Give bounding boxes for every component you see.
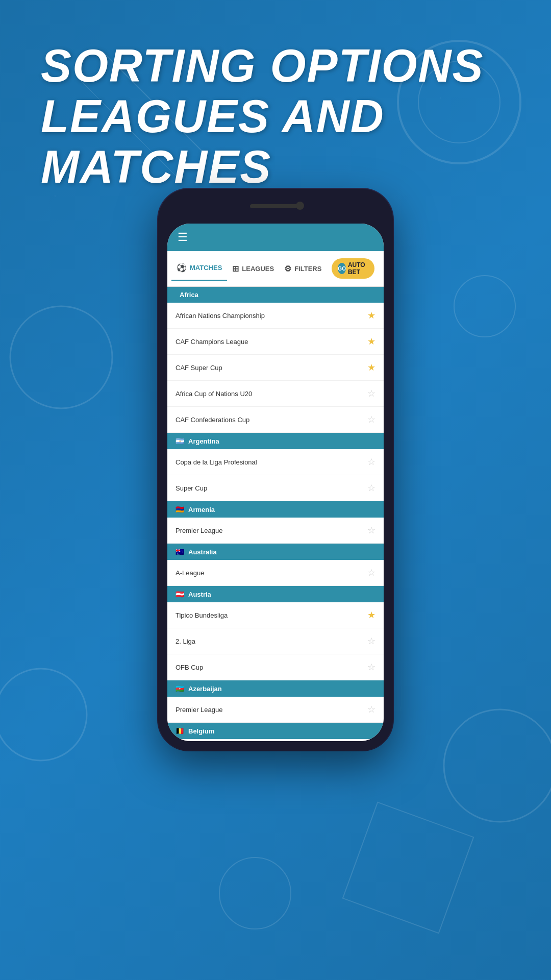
league-row-1-0[interactable]: Copa de la Liga Profesional ☆ [167,449,384,475]
league-row-0-0[interactable]: African Nations Championship ★ [167,303,384,329]
league-row-0-2[interactable]: CAF Super Cup ★ [167,355,384,381]
phone-camera [296,202,304,210]
league-row-4-0[interactable]: Tipico Bundesliga ★ [167,602,384,628]
league-name-5-0: Premier League [176,706,223,714]
country-name-5: Azerbaijan [188,685,222,693]
star-icon-0-4[interactable]: ☆ [367,414,375,425]
country-header-5: 🇦🇿 Azerbaijan [167,680,384,697]
phone-notch [167,198,384,224]
star-icon-4-2[interactable]: ☆ [367,662,375,673]
svg-point-5 [444,709,551,822]
tab-filters[interactable]: ⚙ FILTERS [279,257,327,281]
league-row-3-0[interactable]: A-League ☆ [167,560,384,586]
country-flag-3: 🇦🇺 [176,548,184,556]
league-row-1-1[interactable]: Super Cup ☆ [167,475,384,501]
country-name-4: Austria [188,591,211,598]
star-icon-0-2[interactable]: ★ [367,362,375,373]
star-icon-1-0[interactable]: ☆ [367,456,375,468]
league-name-0-4: CAF Confederations Cup [176,416,249,424]
country-header-3: 🇦🇺 Australia [167,544,384,560]
league-row-5-0[interactable]: Premier League ☆ [167,697,384,723]
tab-matches[interactable]: ⚽ MATCHES [171,256,227,281]
phone-screen: ☰ ⚽ MATCHES ⊞ LEAGUES ⚙ FILTERS [167,224,384,741]
league-name-0-1: CAF Champions League [176,338,248,346]
country-name-6: Belgium [188,727,214,735]
country-header-2: 🇦🇲 Armenia [167,501,384,518]
filters-icon: ⚙ [284,264,291,274]
league-name-4-0: Tipico Bundesliga [176,611,228,619]
country-name-2: Armenia [188,506,215,513]
league-name-1-1: Super Cup [176,484,207,492]
phone-outer: ☰ ⚽ MATCHES ⊞ LEAGUES ⚙ FILTERS [158,189,393,750]
tab-filters-label: FILTERS [294,265,321,273]
tab-matches-label: MATCHES [190,264,222,272]
league-list: Africa African Nations Championship ★ CA… [167,287,384,741]
league-name-4-1: 2. Liga [176,638,195,645]
country-flag-1: 🇦🇷 [176,437,184,445]
country-flag-4: 🇦🇹 [176,590,184,598]
tab-bar: ⚽ MATCHES ⊞ LEAGUES ⚙ FILTERS GO AUTO BE… [167,251,384,287]
tab-leagues[interactable]: ⊞ LEAGUES [227,257,279,281]
league-row-4-1[interactable]: 2. Liga ☆ [167,628,384,654]
autobet-go-icon: GO [338,263,346,274]
country-header-6: 🇧🇪 Belgium [167,723,384,739]
league-name-0-0: African Nations Championship [176,312,265,320]
league-name-4-2: OFB Cup [176,664,203,671]
svg-rect-8 [343,802,473,933]
svg-point-9 [219,857,291,929]
svg-point-3 [454,276,515,337]
header-line2: LEAGUES AND MATCHES [41,91,385,192]
leagues-icon: ⊞ [232,264,239,274]
svg-point-2 [10,306,112,408]
country-header-4: 🇦🇹 Austria [167,586,384,602]
country-header-0: Africa [167,287,384,303]
star-icon-4-1[interactable]: ☆ [367,635,375,647]
league-row-2-0[interactable]: Premier League ☆ [167,518,384,544]
star-icon-2-0[interactable]: ☆ [367,525,375,536]
phone-mockup: ☰ ⚽ MATCHES ⊞ LEAGUES ⚙ FILTERS [158,189,393,750]
hamburger-icon[interactable]: ☰ [178,231,188,244]
phone-speaker [250,204,301,208]
country-flag-6: 🇧🇪 [176,727,184,735]
league-row-0-3[interactable]: Africa Cup of Nations U20 ☆ [167,381,384,407]
star-icon-1-1[interactable]: ☆ [367,482,375,494]
country-flag-5: 🇦🇿 [176,684,184,693]
league-row-4-2[interactable]: OFB Cup ☆ [167,654,384,680]
league-row-0-1[interactable]: CAF Champions League ★ [167,329,384,355]
tab-leagues-label: LEAGUES [242,265,274,273]
header-title-block: SORTING OPTIONS LEAGUES AND MATCHES [41,41,510,192]
matches-icon: ⚽ [177,263,187,273]
star-icon-4-0[interactable]: ★ [367,609,375,621]
league-name-2-0: Premier League [176,527,223,534]
league-row-0-4[interactable]: CAF Confederations Cup ☆ [167,407,384,433]
country-name-1: Argentina [188,437,219,445]
country-name-0: Africa [180,291,198,299]
league-row-6-0[interactable]: Jupiler League ★ [167,739,384,741]
league-name-0-2: CAF Super Cup [176,364,222,372]
header-line1: SORTING OPTIONS [41,40,484,91]
star-icon-0-0[interactable]: ★ [367,310,375,321]
tab-autobet[interactable]: GO AUTO BET [327,251,380,286]
country-name-3: Australia [188,548,217,556]
star-icon-0-3[interactable]: ☆ [367,388,375,399]
tab-autobet-label: AUTO BET [348,261,368,276]
star-icon-5-0[interactable]: ☆ [367,704,375,715]
league-name-3-0: A-League [176,569,204,577]
country-header-1: 🇦🇷 Argentina [167,433,384,449]
league-name-0-3: Africa Cup of Nations U20 [176,390,252,398]
app-bar: ☰ [167,224,384,251]
star-icon-3-0[interactable]: ☆ [367,567,375,578]
star-icon-0-1[interactable]: ★ [367,336,375,347]
country-flag-2: 🇦🇲 [176,505,184,513]
svg-point-4 [0,669,87,761]
autobet-button[interactable]: GO AUTO BET [332,258,374,279]
league-name-1-0: Copa de la Liga Profesional [176,458,257,466]
